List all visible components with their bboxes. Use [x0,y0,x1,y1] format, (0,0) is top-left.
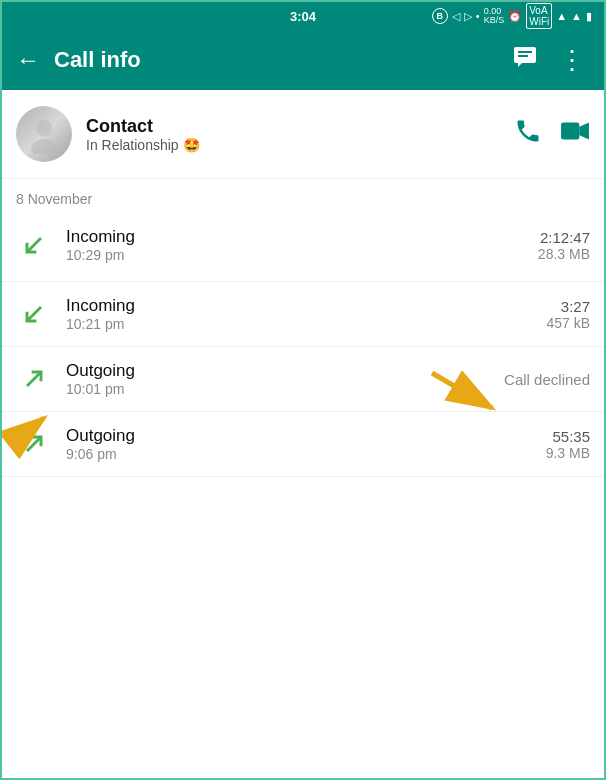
call-size-2: 457 kB [546,315,590,331]
svg-point-4 [36,120,52,136]
signal-icon-2: ▲ [571,10,582,22]
call-details-3: Outgoing 10:01 pm [66,361,504,397]
call-duration-2: 3:27 [546,298,590,315]
call-item-3: Outgoing 10:01 pm Call declined [2,347,604,412]
avatar-placeholder [24,114,64,154]
svg-marker-3 [518,63,522,67]
incoming-arrow-icon-2 [20,300,48,328]
svg-line-10 [27,372,41,386]
call-time-2: 10:21 pm [66,316,546,332]
contact-name: Contact [86,116,514,137]
outgoing-arrow-icon-3 [20,365,48,393]
video-call-button[interactable] [560,117,590,152]
call-items-container: Incoming 10:29 pm 2:12:47 28.3 MB Incomi… [2,213,604,477]
call-type-1: Incoming [66,227,538,247]
call-details-4: Outgoing 9:06 pm [66,426,546,462]
more-options-icon[interactable]: ⋮ [555,41,590,80]
chat-icon[interactable] [509,42,541,78]
battery-icon: ▮ [586,10,592,23]
call-declined-3: Call declined [504,371,590,388]
back-button[interactable]: ← [16,46,40,74]
nav-icon-1: ◁ [452,10,460,23]
svg-line-8 [27,238,41,252]
contact-row: Contact In Relationship 🤩 [2,90,604,179]
call-item-2: Incoming 10:21 pm 3:27 457 kB [2,282,604,347]
call-meta-4: 55:35 9.3 MB [546,428,590,461]
data-speed: 0.00KB/S [484,7,505,25]
call-meta-2: 3:27 457 kB [546,298,590,331]
call-duration-4: 55:35 [546,428,590,445]
call-meta-1: 2:12:47 28.3 MB [538,229,590,262]
svg-marker-7 [579,122,589,139]
top-bar: ← Call info ⋮ [2,30,604,90]
call-direction-icon-2 [16,296,52,332]
call-details-2: Incoming 10:21 pm [66,296,546,332]
call-meta-3: Call declined [504,371,590,388]
svg-line-9 [27,307,41,321]
svg-line-11 [27,437,41,451]
call-direction-icon-4 [16,426,52,462]
status-bar: 3:04 B ◁ ▷ • 0.00KB/S ⏰ VoAWiFi ▲ ▲ ▮ [2,2,604,30]
outgoing-arrow-icon-4 [20,430,48,458]
incoming-arrow-icon-1 [20,231,48,259]
contact-status: In Relationship 🤩 [86,137,514,153]
status-time: 3:04 [290,9,316,24]
call-duration-1: 2:12:47 [538,229,590,246]
call-type-3: Outgoing [66,361,504,381]
svg-rect-6 [561,122,579,139]
call-size-1: 28.3 MB [538,246,590,262]
call-size-4: 9.3 MB [546,445,590,461]
call-type-4: Outgoing [66,426,546,446]
b-icon: B [432,8,448,24]
call-item-4: Outgoing 9:06 pm 55:35 9.3 MB [2,412,604,477]
dot-icon: • [476,10,480,22]
call-details-1: Incoming 10:29 pm [66,227,538,263]
signal-icon-1: ▲ [556,10,567,22]
call-time-3: 10:01 pm [66,381,504,397]
call-time-1: 10:29 pm [66,247,538,263]
call-type-2: Incoming [66,296,546,316]
message-icon [513,46,537,68]
alarm-icon: ⏰ [508,10,522,23]
call-direction-icon-1 [16,227,52,263]
date-divider: 8 November [2,179,604,213]
call-item-1: Incoming 10:29 pm 2:12:47 28.3 MB [2,213,604,282]
svg-point-5 [31,139,57,154]
call-direction-icon-3 [16,361,52,397]
wifi-icon: VoAWiFi [526,3,552,29]
status-icons: B ◁ ▷ • 0.00KB/S ⏰ VoAWiFi ▲ ▲ ▮ [432,3,592,29]
phone-call-button[interactable] [514,117,542,152]
page-title: Call info [54,47,495,73]
contact-actions [514,117,590,152]
nav-icon-2: ▷ [464,10,472,23]
contact-info: Contact In Relationship 🤩 [86,116,514,153]
avatar [16,106,72,162]
call-time-4: 9:06 pm [66,446,546,462]
